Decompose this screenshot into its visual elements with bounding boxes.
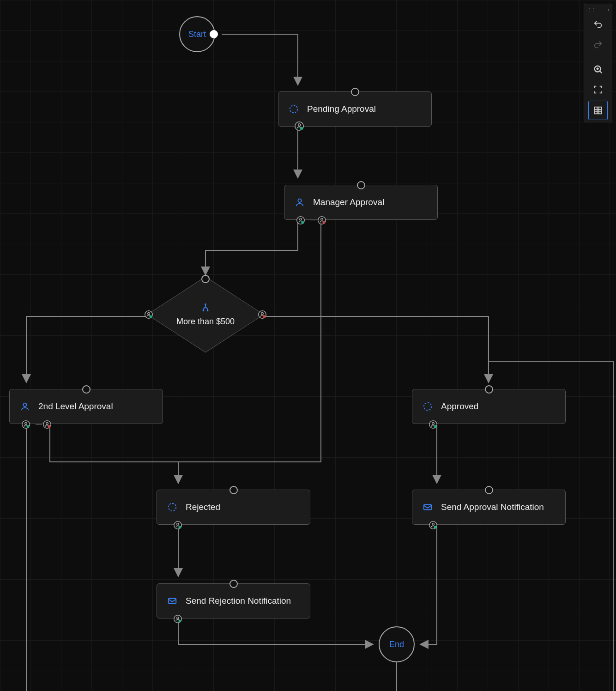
node-label: Approved bbox=[441, 401, 478, 412]
svg-rect-26 bbox=[424, 505, 432, 510]
svg-point-10 bbox=[207, 309, 209, 311]
port-in[interactable] bbox=[201, 275, 210, 283]
node-send-approval-notification[interactable]: Send Approval Notification bbox=[412, 490, 566, 525]
undo-button[interactable] bbox=[589, 15, 607, 34]
svg-point-9 bbox=[203, 309, 205, 311]
node-label: Rejected bbox=[186, 502, 220, 512]
mail-icon bbox=[423, 502, 433, 512]
end-node[interactable]: End bbox=[379, 626, 415, 662]
svg-point-14 bbox=[263, 315, 266, 318]
status-icon bbox=[289, 104, 299, 114]
svg-point-23 bbox=[169, 503, 176, 511]
svg-rect-29 bbox=[169, 599, 176, 604]
port-reject[interactable] bbox=[318, 216, 326, 224]
start-node[interactable]: Start bbox=[179, 16, 215, 52]
svg-point-19 bbox=[48, 425, 51, 428]
port-approve[interactable] bbox=[296, 216, 305, 224]
port-approve[interactable] bbox=[22, 420, 30, 429]
port-in[interactable] bbox=[82, 385, 91, 394]
port-in[interactable] bbox=[485, 486, 493, 494]
toolbar-separator bbox=[591, 57, 605, 57]
grip-icon: ⋮⋮ bbox=[587, 7, 596, 12]
port-out[interactable] bbox=[429, 420, 437, 429]
port-no[interactable] bbox=[258, 310, 266, 319]
port-in[interactable] bbox=[351, 88, 359, 96]
port-out[interactable] bbox=[174, 521, 182, 529]
toolbar: ⋮⋮ ‹ bbox=[584, 4, 612, 122]
mail-icon bbox=[167, 596, 177, 606]
node-decision-more-than-500[interactable]: More than $500 bbox=[150, 279, 261, 350]
status-icon bbox=[167, 502, 177, 512]
svg-point-28 bbox=[434, 526, 437, 529]
toolbar-header[interactable]: ⋮⋮ ‹ bbox=[586, 6, 610, 13]
svg-point-7 bbox=[323, 221, 326, 224]
collapse-icon[interactable]: ‹ bbox=[608, 7, 609, 12]
svg-point-20 bbox=[424, 403, 432, 411]
svg-point-25 bbox=[179, 526, 181, 529]
zoom-button[interactable] bbox=[589, 60, 607, 79]
node-send-rejection-notification[interactable]: Send Rejection Notification bbox=[157, 583, 310, 618]
branch-icon bbox=[200, 303, 211, 313]
svg-line-33 bbox=[600, 71, 602, 73]
grid-button[interactable] bbox=[588, 101, 608, 120]
svg-point-5 bbox=[302, 221, 304, 224]
svg-point-3 bbox=[298, 199, 301, 202]
node-label: More than $500 bbox=[176, 317, 235, 327]
workflow-canvas[interactable]: Start Pending Approval Manager Approval … bbox=[0, 0, 616, 691]
port-out[interactable] bbox=[429, 521, 437, 529]
node-label: Send Rejection Notification bbox=[186, 596, 291, 606]
redo-button[interactable] bbox=[589, 36, 607, 54]
svg-rect-36 bbox=[595, 107, 602, 114]
svg-point-2 bbox=[300, 127, 303, 130]
user-icon bbox=[295, 197, 305, 207]
start-label: Start bbox=[188, 30, 206, 39]
port-in[interactable] bbox=[485, 385, 493, 394]
svg-point-31 bbox=[179, 620, 181, 623]
node-approved[interactable]: Approved bbox=[412, 389, 566, 424]
node-manager-approval[interactable]: Manager Approval — bbox=[284, 185, 438, 220]
end-label: End bbox=[389, 640, 404, 649]
svg-point-12 bbox=[150, 315, 152, 318]
svg-point-22 bbox=[434, 425, 437, 428]
node-label: Pending Approval bbox=[307, 104, 376, 114]
node-label: Send Approval Notification bbox=[441, 502, 544, 512]
port-in[interactable] bbox=[357, 181, 365, 189]
port-in[interactable] bbox=[229, 486, 238, 494]
node-label: 2nd Level Approval bbox=[38, 401, 113, 412]
port-reject[interactable] bbox=[43, 420, 51, 429]
node-pending-approval[interactable]: Pending Approval bbox=[278, 91, 432, 127]
status-icon bbox=[423, 401, 433, 412]
port-in[interactable] bbox=[229, 580, 238, 588]
svg-point-15 bbox=[23, 403, 26, 406]
fit-button[interactable] bbox=[589, 80, 607, 99]
node-rejected[interactable]: Rejected bbox=[157, 490, 310, 525]
port-out[interactable] bbox=[174, 615, 182, 623]
svg-point-8 bbox=[205, 303, 206, 305]
port-out[interactable] bbox=[295, 122, 303, 130]
node-label: Manager Approval bbox=[313, 197, 384, 207]
svg-point-17 bbox=[27, 425, 30, 428]
svg-point-0 bbox=[290, 105, 298, 113]
user-icon bbox=[20, 401, 30, 412]
port-yes[interactable] bbox=[145, 310, 153, 319]
node-second-level-approval[interactable]: 2nd Level Approval — bbox=[9, 389, 163, 424]
